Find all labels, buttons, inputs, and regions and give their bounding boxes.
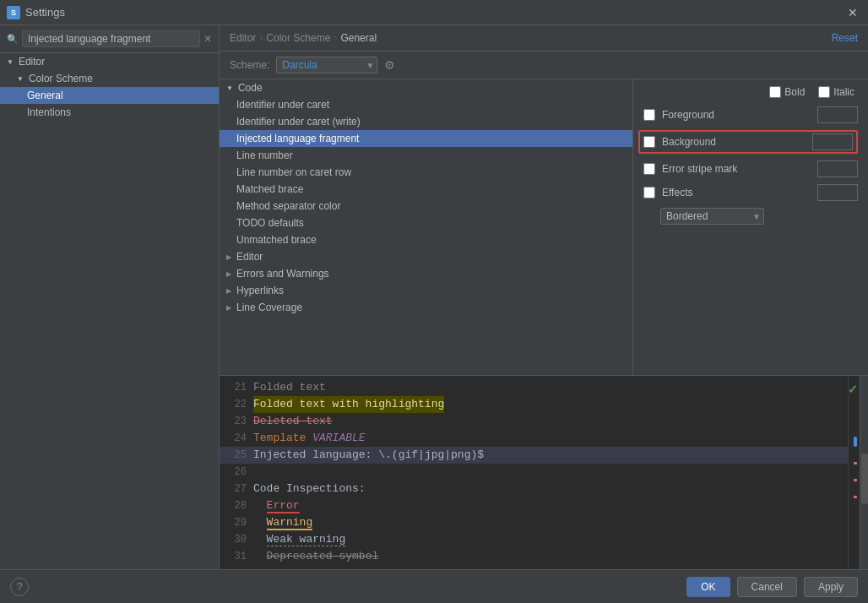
main-container: 🔍 ✕ ▼ Editor ▼ Color Scheme General Inte…	[0, 25, 868, 569]
search-icon: 🔍	[7, 34, 19, 45]
scheme-row: Scheme: Darcula Default High Contrast ▼ …	[220, 52, 868, 79]
foreground-label: Foreground	[662, 109, 811, 121]
preview-section: 21 Folded text 22 Folded text with highl…	[220, 375, 868, 569]
split-pane: ▼ Code Identifier under caret Identifier…	[220, 79, 868, 375]
accent-red-line3	[854, 496, 857, 498]
tree-item-line-number-caret[interactable]: Line number on caret row	[220, 164, 632, 181]
error-stripe-row: Error stripe mark	[643, 160, 858, 177]
code-line: 24 Template VARIABLE	[220, 430, 848, 447]
tree-item-label: Identifier under caret	[236, 99, 329, 111]
breadcrumb-part: Editor	[230, 32, 256, 44]
tree-section-label: Errors and Warnings	[236, 268, 329, 280]
bottom-left: ?	[10, 578, 29, 596]
tree-item-matched-brace[interactable]: Matched brace	[220, 181, 632, 198]
background-color-swatch[interactable]	[812, 133, 853, 150]
tree-section-hyperlinks[interactable]: ▶ Hyperlinks	[220, 282, 632, 299]
foreground-checkbox[interactable]	[643, 109, 655, 121]
sidebar-item-general[interactable]: General	[0, 87, 219, 104]
line-number: 25	[223, 447, 247, 464]
search-input[interactable]	[22, 30, 200, 47]
line-number: 27	[223, 481, 247, 497]
tree-section-label: Line Coverage	[236, 302, 302, 313]
error-span: Error	[267, 499, 300, 513]
error-stripe-label: Error stripe mark	[662, 163, 811, 175]
triangle-icon: ▼	[17, 75, 24, 83]
line-number: 28	[223, 497, 247, 514]
tree-item-todo[interactable]: TODO defaults	[220, 215, 632, 231]
ok-button[interactable]: OK	[686, 577, 730, 597]
sidebar-item-intentions[interactable]: Intentions	[0, 104, 219, 121]
bold-label: Bold	[784, 86, 805, 98]
error-stripe-checkbox[interactable]	[643, 163, 655, 175]
variable-span: VARIABLE	[312, 432, 365, 444]
bottom-bar: ? OK Cancel Apply	[0, 569, 868, 603]
tree-item-label: Matched brace	[236, 183, 303, 195]
tree-item-identifier-caret[interactable]: Identifier under caret	[220, 96, 632, 113]
code-text: Deprecated symbol	[253, 548, 378, 565]
code-text: Error	[253, 497, 300, 514]
warning-span: Warning	[267, 516, 313, 530]
foreground-color-swatch[interactable]	[817, 106, 858, 123]
italic-checkbox-label[interactable]: Italic	[818, 86, 854, 98]
sidebar-item-color-scheme[interactable]: ▼ Color Scheme	[0, 70, 219, 87]
effects-row: Effects	[643, 184, 858, 201]
effects-checkbox[interactable]	[643, 187, 655, 198]
properties-pane: Bold Italic Foreground Background	[633, 79, 868, 375]
triangle-icon: ▶	[226, 304, 231, 312]
code-text: Folded text with highlighting	[253, 396, 444, 413]
effects-color-swatch[interactable]	[817, 184, 858, 201]
bottom-right: OK Cancel Apply	[686, 577, 858, 597]
sidebar-item-editor[interactable]: ▼ Editor	[0, 53, 219, 70]
close-button[interactable]: ✕	[844, 4, 861, 21]
code-text: Warning	[253, 514, 312, 531]
code-text: Injected language: \.(gif|jpg|png)$	[253, 447, 484, 464]
bold-checkbox[interactable]	[769, 86, 781, 98]
search-clear-icon[interactable]: ✕	[203, 33, 212, 45]
breadcrumb-part: Color Scheme	[266, 32, 330, 44]
tree-item-identifier-write[interactable]: Identifier under caret (write)	[220, 113, 632, 130]
code-text: Deleted text	[253, 413, 333, 430]
search-bar: 🔍 ✕	[0, 25, 219, 53]
tree-item-label: Unmatched brace	[236, 234, 317, 246]
error-stripe-color-swatch[interactable]	[817, 160, 858, 177]
tree-section-errors[interactable]: ▶ Errors and Warnings	[220, 265, 632, 282]
reset-button[interactable]: Reset	[832, 32, 858, 44]
vertical-scrollbar[interactable]	[860, 376, 868, 569]
effects-style-wrapper: Bordered Underscored Bold underscored Un…	[660, 208, 858, 225]
keyword-span: Template	[253, 432, 312, 444]
effects-style-select[interactable]: Bordered Underscored Bold underscored Un…	[660, 208, 764, 225]
gear-icon[interactable]: ⚙	[384, 58, 395, 72]
tree-section-editor[interactable]: ▶ Editor	[220, 248, 632, 265]
scrollbar-thumb[interactable]	[861, 454, 868, 504]
effects-label: Effects	[662, 187, 811, 198]
tree-section-label: Editor	[236, 251, 263, 263]
background-checkbox[interactable]	[643, 136, 655, 148]
code-line: 31 Deprecated symbol	[220, 548, 848, 565]
scheme-select-wrapper: Darcula Default High Contrast ▼	[276, 57, 377, 73]
code-line: 28 Error	[220, 497, 848, 514]
code-text: Weak warning	[253, 531, 345, 548]
breadcrumb-sep: ›	[334, 32, 337, 44]
help-button[interactable]: ?	[10, 578, 29, 596]
italic-checkbox[interactable]	[818, 86, 830, 98]
tree-section-code[interactable]: ▼ Code	[220, 79, 632, 96]
help-icon: ?	[16, 580, 22, 593]
sidebar-item-label: Color Scheme	[29, 73, 93, 84]
accent-red-line2	[854, 479, 857, 481]
tree-section-line-coverage[interactable]: ▶ Line Coverage	[220, 299, 632, 316]
breadcrumb-current: General	[340, 32, 377, 44]
code-line: 29 Warning	[220, 514, 848, 531]
tree-item-injected[interactable]: Injected language fragment	[220, 130, 632, 147]
tree-item-label: Line number on caret row	[236, 166, 351, 178]
apply-button[interactable]: Apply	[804, 577, 858, 597]
code-text	[253, 464, 260, 481]
tree-item-line-number[interactable]: Line number	[220, 147, 632, 164]
bold-checkbox-label[interactable]: Bold	[769, 86, 805, 98]
sidebar-item-label: Intentions	[27, 106, 71, 118]
code-line: 21 Folded text	[220, 379, 848, 396]
scheme-select[interactable]: Darcula Default High Contrast	[276, 57, 377, 73]
tree-item-unmatched-brace[interactable]: Unmatched brace	[220, 231, 632, 248]
line-number: 21	[223, 379, 247, 396]
cancel-button[interactable]: Cancel	[737, 577, 797, 597]
tree-item-method-sep[interactable]: Method separator color	[220, 198, 632, 215]
